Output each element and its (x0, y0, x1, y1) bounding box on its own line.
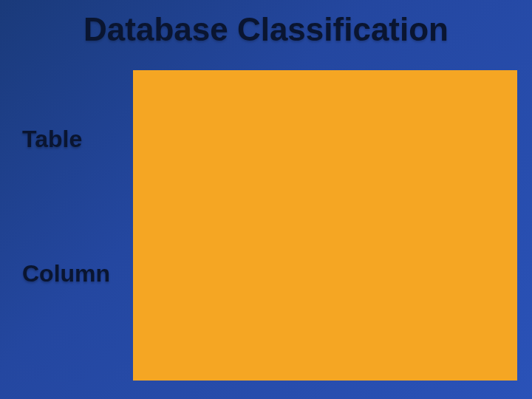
label-table: Table (22, 126, 82, 153)
content-panel (133, 70, 517, 381)
slide-title: Database Classification (0, 11, 532, 48)
label-column: Column (22, 260, 110, 287)
